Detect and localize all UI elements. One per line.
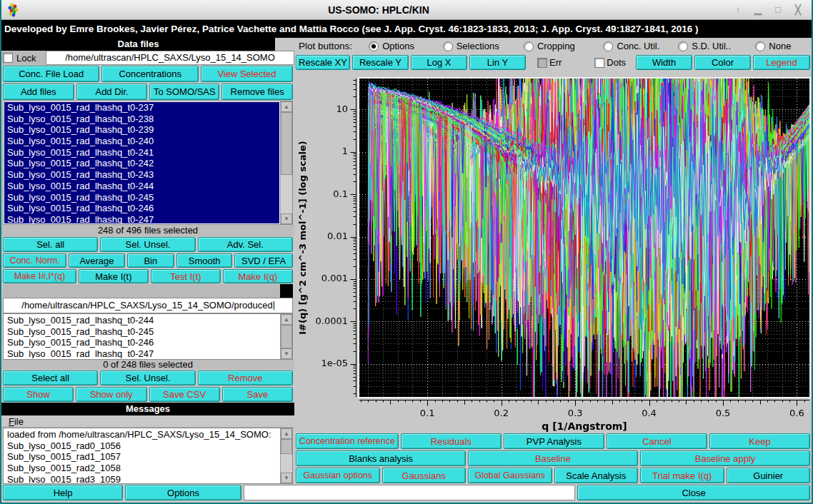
saxs-plot-canvas[interactable] [294,71,812,433]
radio-icon[interactable] [524,41,534,51]
radio-sd-util[interactable]: S.D. Util.. [678,41,731,51]
lock-checkbox[interactable] [3,53,13,63]
scroll-down-icon[interactable]: ▼ [281,213,292,224]
svd-efa-button[interactable]: SVD / EFA [234,253,293,268]
save-csv-button[interactable]: Save CSV [149,387,220,402]
global-gaussians-button[interactable]: Global Gaussians [468,468,552,483]
select-all-button[interactable]: Select all [3,371,98,385]
blanks-analysis-button[interactable]: Blanks analysis [296,450,466,466]
smooth-button[interactable]: Smooth [176,253,232,268]
lock-control[interactable]: Lock [1,51,46,65]
message-line[interactable]: Sub_lyso_0015_rad1_1057 [4,451,279,463]
rescale-xy-button[interactable]: Rescale XY [296,55,350,70]
message-line[interactable]: Sub_lyso_0015_rad0_1056 [4,440,279,452]
conc-norm-button[interactable]: Conc. Norm. [3,253,66,268]
baseline-apply-button[interactable]: Baseline apply [640,450,810,466]
saxs-plot[interactable] [294,71,812,433]
residuals-button[interactable]: Residuals [401,433,502,449]
messages-scrollbar[interactable]: ▲ ▼ [280,428,292,483]
width-button[interactable]: Width [636,55,692,70]
bin-button[interactable]: Bin [127,253,175,268]
radio-selections[interactable]: Selections [443,41,499,51]
close-button[interactable]: Close [577,485,810,500]
radio-none[interactable]: None [755,41,791,51]
titlebar[interactable]: US-SOMO: HPLC/KIN ↑ ▁ □ ╳ [1,0,812,20]
help-button[interactable]: Help [3,485,123,500]
data-dir-path[interactable]: /home/ultrascan/HPLC_SAXS/Lyso_15_14_SOM… [46,51,294,65]
data-file-item[interactable]: Sub_lyso_0015_rad_lhashq_t0-247 [4,214,279,223]
data-file-item[interactable]: Sub_lyso_0015_rad_lhashq_t0-245 [4,192,279,203]
scroll-down-icon[interactable]: ▼ [281,348,292,359]
radio-options[interactable]: Options [369,41,414,51]
rescale-y-button[interactable]: Rescale Y [352,55,409,70]
data-file-item[interactable]: Sub_lyso_0015_rad_lhashq_t0-239 [4,124,279,136]
remove-files-button[interactable]: Remove files [221,84,293,100]
data-file-item[interactable]: Sub_lyso_0015_rad_lhashq_t0-244 [4,181,279,192]
radio-icon[interactable] [369,41,379,51]
produced-sel-unsel-button[interactable]: Sel. Unsel. [100,371,195,385]
message-line[interactable]: loaded from /home/ultrascan/HPLC_SAXS/Ly… [4,429,279,440]
data-file-item[interactable]: Sub_lyso_0015_rad_lhashq_t0-237 [4,102,279,114]
scroll-down-icon[interactable]: ▼ [281,473,292,483]
message-line[interactable]: Sub_lyso_0015_rad3_1059 [4,474,279,483]
legend-button[interactable]: Legend [753,55,810,70]
produced-dir-input[interactable]: /home/ultrascan/HPLC_SAXS/Lyso_15_14_SOM… [3,298,293,313]
view-selected-button[interactable]: View Selected [201,66,293,82]
adv-sel-button[interactable]: Adv. Sel. [198,237,293,252]
produced-file-item[interactable]: Sub_lyso_0015_rad_lhashq_t0-245 [4,326,279,338]
radio-icon[interactable] [678,41,688,51]
gaussian-options-button[interactable]: Gaussian options [296,468,380,483]
save-button[interactable]: Save [222,387,293,402]
log-x-button[interactable]: Log X [411,55,467,70]
show-button[interactable]: Show [3,387,74,402]
sel-unsel-button[interactable]: Sel. Unsel. [100,237,195,252]
data-file-item[interactable]: Sub_lyso_0015_rad_lhashq_t0-243 [4,169,279,181]
produced-files-list[interactable]: Sub_lyso_0015_rad_lhashq_t0-244Sub_lyso_… [3,313,293,360]
sel-all-button[interactable]: Sel. all [3,237,98,252]
data-file-item[interactable]: Sub_lyso_0015_rad_lhashq_t0-242 [4,158,279,169]
lin-y-button[interactable]: Lin Y [469,55,526,70]
dots-checkbox[interactable] [594,58,604,68]
data-files-scrollbar[interactable]: ▲ ▼ [280,101,292,224]
maximize-button[interactable]: □ [772,4,784,16]
file-menu[interactable]: File [6,416,26,427]
trial-make-iq-button[interactable]: Trial make I(q) [640,468,724,483]
make-iq-button[interactable]: Make I(q) [223,269,293,283]
produced-file-item[interactable]: Sub_lyso_0015_rad_lhashq_t0-247 [4,348,279,358]
scroll-thumb[interactable] [281,112,292,175]
add-files-button[interactable]: Add files [3,84,74,100]
options-button[interactable]: Options [125,485,241,500]
scale-analysis-button[interactable]: Scale Analysis [554,468,639,483]
scroll-up-icon[interactable]: ▲ [281,101,292,112]
radio-conc-util[interactable]: Conc. Util. [603,41,659,51]
data-file-item[interactable]: Sub_lyso_0015_rad_lhashq_t0-240 [4,136,279,147]
guinier-button[interactable]: Guinier [727,468,811,483]
close-window-button[interactable]: ╳ [792,4,804,16]
scroll-thumb[interactable] [281,325,292,348]
produced-file-item[interactable]: Sub_lyso_0015_rad_lhashq_t0-244 [4,315,279,326]
concentrations-button[interactable]: Concentrations [101,66,198,82]
radio-icon[interactable] [755,41,765,51]
scroll-up-icon[interactable]: ▲ [281,314,292,325]
gaussians-button[interactable]: Gaussians [382,468,467,483]
messages-area[interactable]: loaded from /home/ultrascan/HPLC_SAXS/Ly… [3,428,293,484]
make-it-button[interactable]: Make I(t) [79,269,149,283]
to-somo-sas-button[interactable]: To SOMO/SAS [149,84,219,100]
show-only-button[interactable]: Show only [76,387,146,402]
shade-window-button[interactable]: ↑ [732,4,744,16]
scroll-up-icon[interactable]: ▲ [281,428,292,439]
produced-scrollbar[interactable]: ▲ ▼ [280,314,292,359]
test-it-button[interactable]: Test I(t) [151,269,221,283]
radio-icon[interactable] [443,41,453,51]
color-button[interactable]: Color [694,55,751,70]
concentration-reference-button[interactable]: Concentration reference [296,433,399,449]
minimize-button[interactable]: ▁ [752,4,764,16]
remove-button[interactable]: Remove [198,371,293,385]
produced-file-item[interactable]: Sub_lyso_0015_rad_lhashq_t0-246 [4,337,279,348]
data-file-item[interactable]: Sub_lyso_0015_rad_lhashq_t0-238 [4,114,279,125]
cancel-button[interactable]: Cancel [607,433,707,449]
make-i-star-q-button[interactable]: Make I#,I*(q) [3,269,76,283]
keep-button[interactable]: Keep [709,433,810,449]
conc-file-load-button[interactable]: Conc. File Load [3,66,99,82]
data-file-item[interactable]: Sub_lyso_0015_rad_lhashq_t0-246 [4,203,279,214]
